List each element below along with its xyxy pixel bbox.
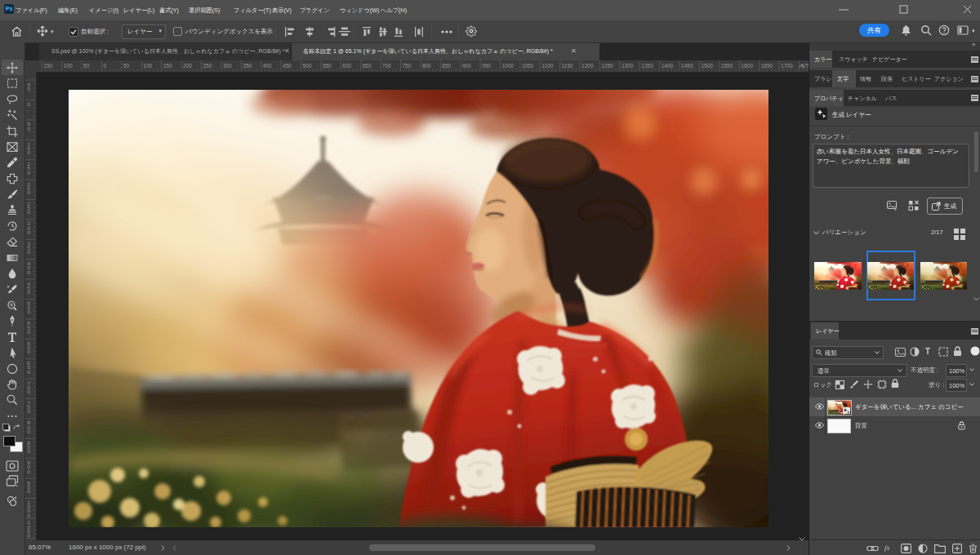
svg-text:150: 150 [163, 63, 172, 69]
svg-text:0: 0 [28, 150, 31, 155]
svg-text:1550: 1550 [721, 63, 733, 69]
svg-text:0: 0 [28, 370, 31, 375]
svg-text:0: 0 [104, 63, 107, 69]
svg-text:0: 0 [28, 449, 31, 454]
svg-text:0: 0 [28, 230, 31, 235]
svg-text:0: 0 [28, 330, 31, 335]
svg-text:1650: 1650 [761, 63, 773, 69]
svg-text:0: 0 [28, 250, 31, 255]
svg-text:300: 300 [223, 63, 232, 69]
svg-text:1300: 1300 [621, 63, 634, 69]
svg-text:1450: 1450 [681, 63, 693, 69]
svg-text:100: 100 [143, 63, 152, 69]
svg-text:0: 0 [28, 210, 31, 215]
svg-text:1150: 1150 [562, 63, 573, 69]
svg-text:950: 950 [482, 63, 491, 69]
svg-text:0: 0 [28, 102, 31, 107]
svg-text:1050: 1050 [522, 63, 534, 69]
svg-text:1500: 1500 [702, 63, 714, 69]
svg-text:1600: 1600 [741, 63, 753, 69]
svg-text:1400: 1400 [662, 63, 674, 69]
svg-text:0: 0 [28, 171, 31, 175]
svg-text:150: 150 [43, 63, 52, 69]
svg-text:0: 0 [28, 290, 31, 295]
svg-text:250: 250 [203, 63, 212, 69]
svg-text:1000: 1000 [502, 63, 514, 69]
svg-text:1700: 1700 [781, 63, 793, 69]
svg-text:500: 500 [303, 63, 312, 69]
svg-text:0: 0 [28, 409, 31, 414]
svg-text:1100: 1100 [541, 63, 553, 69]
svg-text:800: 800 [422, 63, 431, 69]
svg-text:0: 0 [28, 127, 31, 131]
svg-text:550: 550 [323, 63, 332, 69]
svg-text:1250: 1250 [602, 63, 614, 69]
svg-text:0: 0 [28, 349, 31, 354]
svg-text:50: 50 [123, 63, 130, 69]
svg-text:0: 0 [28, 469, 31, 474]
svg-text:750: 750 [403, 63, 412, 69]
svg-text:0: 0 [28, 489, 31, 494]
svg-text:400: 400 [263, 63, 272, 69]
svg-text:50: 50 [83, 63, 90, 69]
svg-text:1350: 1350 [641, 63, 653, 69]
svg-text:0: 0 [28, 87, 31, 91]
svg-text:0: 0 [28, 389, 31, 394]
svg-text:0: 0 [28, 270, 31, 275]
svg-text:0: 0 [28, 513, 31, 518]
svg-text:900: 900 [462, 63, 471, 69]
svg-text:200: 200 [183, 63, 192, 69]
svg-text:100: 100 [64, 63, 73, 69]
svg-text:0: 0 [28, 429, 31, 434]
svg-text:0: 0 [28, 533, 31, 538]
svg-text:450: 450 [283, 63, 292, 69]
svg-text:1200: 1200 [581, 63, 594, 69]
svg-text:0: 0 [28, 309, 31, 314]
svg-text:350: 350 [243, 63, 252, 69]
svg-text:650: 650 [363, 63, 372, 69]
svg-text:0: 0 [28, 190, 31, 195]
svg-text:850: 850 [442, 63, 451, 69]
svg-text:600: 600 [342, 63, 351, 69]
svg-text:700: 700 [382, 63, 391, 69]
